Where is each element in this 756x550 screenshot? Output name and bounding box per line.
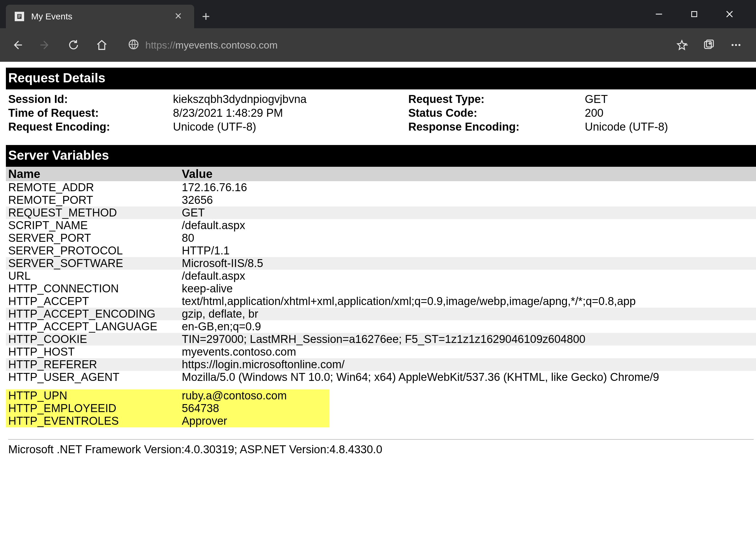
browser-tab[interactable]: My Events — [6, 5, 194, 28]
menu-button[interactable] — [728, 37, 744, 53]
table-row: REMOTE_ADDR172.16.76.16 — [6, 181, 756, 194]
var-name: REMOTE_PORT — [6, 194, 179, 206]
window-close-button[interactable] — [721, 5, 738, 23]
var-name: REQUEST_METHOD — [6, 206, 179, 219]
table-row: SERVER_PROTOCOLHTTP/1.1 — [6, 244, 756, 257]
var-value: GET — [179, 206, 756, 219]
var-name: HTTP_COOKIE — [6, 333, 179, 346]
request-details-header: Request Details — [6, 68, 756, 89]
window-maximize-button[interactable] — [685, 5, 703, 23]
var-value: keep-alive — [179, 282, 756, 295]
table-row: HTTP_CONNECTIONkeep-alive — [6, 282, 756, 295]
forward-button[interactable] — [37, 37, 54, 53]
table-row: URL/default.aspx — [6, 270, 756, 282]
var-name: HTTP_EVENTROLES — [6, 415, 179, 427]
url-host: myevents.contoso.com — [175, 39, 278, 51]
request-type-label: Request Type: — [408, 93, 585, 106]
var-value: 564738 — [179, 402, 329, 415]
var-value: Microsoft-IIS/8.5 — [179, 257, 756, 270]
url-text: https://myevents.contoso.com — [145, 39, 278, 51]
var-name: SERVER_PORT — [6, 232, 179, 244]
svg-rect-1 — [18, 15, 21, 16]
var-value: HTTP/1.1 — [179, 244, 756, 257]
var-value: 172.16.76.16 — [179, 181, 756, 194]
page-favicon-icon — [15, 12, 24, 21]
svg-rect-4 — [692, 11, 697, 17]
window-controls — [650, 5, 750, 23]
table-row: HTTP_REFERERhttps://login.microsoftonlin… — [6, 358, 756, 371]
time-of-request-value: 8/23/2021 1:48:29 PM — [173, 107, 408, 119]
request-encoding-value: Unicode (UTF-8) — [173, 121, 408, 133]
var-value: /default.aspx — [179, 219, 756, 232]
table-row: HTTP_ACCEPTtext/html,application/xhtml+x… — [6, 295, 756, 308]
table-row: HTTP_ACCEPT_ENCODINGgzip, deflate, br — [6, 308, 756, 320]
response-encoding-label: Response Encoding: — [408, 121, 585, 133]
footer-divider — [8, 439, 754, 440]
var-value: Mozilla/5.0 (Windows NT 10.0; Win64; x64… — [179, 371, 756, 384]
var-value: 32656 — [179, 194, 756, 206]
svg-point-8 — [732, 44, 734, 46]
table-row: REMOTE_PORT32656 — [6, 194, 756, 206]
var-name: HTTP_ACCEPT — [6, 295, 179, 308]
var-value: https://login.microsoftonline.com/ — [179, 358, 756, 371]
var-name: URL — [6, 270, 179, 282]
collections-button[interactable] — [701, 37, 717, 53]
tab-close-icon[interactable] — [171, 10, 185, 23]
var-name: HTTP_CONNECTION — [6, 282, 179, 295]
server-variables-table: Name Value REMOTE_ADDR172.16.76.16REMOTE… — [6, 167, 756, 384]
highlighted-row: HTTP_EVENTROLESApprover — [6, 415, 329, 427]
window-minimize-button[interactable] — [650, 5, 668, 23]
svg-point-10 — [738, 44, 740, 46]
table-row: SERVER_PORT80 — [6, 232, 756, 244]
var-name: SCRIPT_NAME — [6, 219, 179, 232]
response-encoding-value: Unicode (UTF-8) — [585, 121, 754, 133]
var-name: HTTP_ACCEPT_LANGUAGE — [6, 320, 179, 333]
new-tab-button[interactable] — [194, 5, 218, 28]
var-name: REMOTE_ADDR — [6, 181, 179, 194]
col-header-value: Value — [179, 167, 756, 181]
home-button[interactable] — [94, 37, 110, 53]
back-button[interactable] — [9, 37, 25, 53]
table-row: HTTP_HOSTmyevents.contoso.com — [6, 346, 756, 358]
site-info-icon[interactable] — [128, 39, 139, 51]
favorites-button[interactable] — [674, 37, 690, 53]
highlighted-row: HTTP_EMPLOYEEID564738 — [6, 402, 329, 415]
refresh-button[interactable] — [65, 37, 82, 53]
table-row: HTTP_COOKIETIN=297000; LastMRH_Session=a… — [6, 333, 756, 346]
var-name: HTTP_EMPLOYEEID — [6, 402, 179, 415]
page-content: Request Details Session Id: kiekszqbh3dy… — [0, 62, 756, 456]
svg-rect-2 — [18, 16, 21, 16]
var-name: HTTP_HOST — [6, 346, 179, 358]
time-of-request-label: Time of Request: — [8, 107, 173, 119]
var-name: HTTP_UPN — [6, 389, 179, 402]
session-id-label: Session Id: — [8, 93, 173, 106]
svg-rect-3 — [18, 17, 20, 18]
var-value: gzip, deflate, br — [179, 308, 756, 320]
var-value: text/html,application/xhtml+xml,applicat… — [179, 295, 756, 308]
var-value: ruby.a@contoso.com — [179, 389, 329, 402]
table-row: HTTP_USER_AGENTMozilla/5.0 (Windows NT 1… — [6, 371, 756, 384]
col-header-name: Name — [6, 167, 179, 181]
address-bar[interactable]: https://myevents.contoso.com — [122, 39, 662, 51]
table-row: REQUEST_METHODGET — [6, 206, 756, 219]
request-details-grid: Session Id: kiekszqbh3dydnpiogvjbvna Req… — [6, 89, 756, 145]
var-value: 80 — [179, 232, 756, 244]
server-variables-header: Server Variables — [6, 145, 756, 167]
var-name: HTTP_ACCEPT_ENCODING — [6, 308, 179, 320]
var-name: HTTP_USER_AGENT — [6, 371, 179, 384]
browser-chrome: My Events — [0, 0, 756, 62]
var-name: HTTP_REFERER — [6, 358, 179, 371]
var-value: /default.aspx — [179, 270, 756, 282]
tab-title: My Events — [31, 11, 171, 21]
var-name: SERVER_PROTOCOL — [6, 244, 179, 257]
request-type-value: GET — [585, 93, 754, 106]
var-value: en-GB,en;q=0.9 — [179, 320, 756, 333]
highlighted-row: HTTP_UPNruby.a@contoso.com — [6, 389, 329, 402]
table-row: SERVER_SOFTWAREMicrosoft-IIS/8.5 — [6, 257, 756, 270]
status-code-label: Status Code: — [408, 107, 585, 119]
nav-bar: https://myevents.contoso.com — [0, 28, 756, 62]
var-value: myevents.contoso.com — [179, 346, 756, 358]
session-id-value: kiekszqbh3dydnpiogvjbvna — [173, 93, 408, 106]
toolbar-right — [674, 37, 747, 53]
footer-text: Microsoft .NET Framework Version:4.0.303… — [6, 443, 756, 456]
